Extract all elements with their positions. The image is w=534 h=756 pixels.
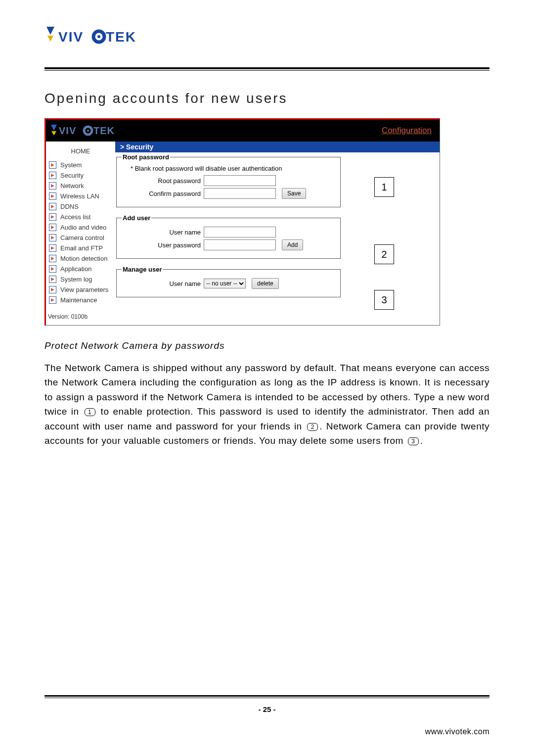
panel-manage-user: Manage user User name -- no user -- dele… <box>116 266 341 297</box>
user-password-input[interactable] <box>204 239 276 250</box>
sidebar-item-wlan[interactable]: Wireless LAN <box>46 191 115 201</box>
footer-url: www.vivotek.com <box>44 727 490 736</box>
sidebar-item-syslog[interactable]: System log <box>46 274 115 284</box>
svg-text:TEK: TEK <box>106 29 136 45</box>
sidebar-item-camera[interactable]: Camera control <box>46 233 115 243</box>
header-rule <box>44 67 490 71</box>
subheading: Protect Network Camera by passwords <box>44 340 490 351</box>
username-input[interactable] <box>204 227 276 237</box>
arrow-right-icon <box>49 286 56 293</box>
footer-rule <box>44 695 490 698</box>
arrow-right-icon <box>49 224 56 231</box>
svg-point-4 <box>97 35 100 38</box>
vivotek-logo-icon: VIV TEK <box>44 25 148 50</box>
sidebar-home[interactable]: HOME <box>46 144 115 160</box>
arrow-right-icon <box>49 244 56 252</box>
svg-point-10 <box>87 130 89 132</box>
arrow-right-icon <box>49 192 56 200</box>
page-number: - 25 - <box>44 705 490 713</box>
callout-3: 3 <box>374 290 394 310</box>
svg-marker-1 <box>47 36 53 42</box>
svg-marker-12 <box>51 163 54 167</box>
section-heading: Opening accounts for new users <box>44 91 490 106</box>
svg-marker-7 <box>51 131 56 136</box>
panel-add-user: Add user User name User password Add <box>116 214 341 259</box>
sidebar-item-system[interactable]: System <box>46 160 115 170</box>
sidebar-item-security[interactable]: Security <box>46 170 115 181</box>
sidebar-item-motion[interactable]: Motion detection <box>46 253 115 264</box>
svg-marker-15 <box>51 194 54 198</box>
svg-marker-0 <box>46 27 54 35</box>
manage-username-label: User name <box>122 280 201 287</box>
panel-legend: Manage user <box>122 266 163 273</box>
svg-marker-24 <box>51 288 54 291</box>
sidebar-item-label: DDNS <box>60 203 79 210</box>
sidebar-item-label: Motion detection <box>60 255 107 262</box>
username-label: User name <box>122 229 201 236</box>
svg-marker-21 <box>51 257 54 260</box>
body-paragraph: The Network Camera is shipped without an… <box>44 361 490 448</box>
arrow-right-icon <box>49 172 56 179</box>
sidebar-item-emailftp[interactable]: Email and FTP <box>46 243 115 253</box>
svg-text:TEK: TEK <box>93 125 115 136</box>
sidebar-item-label: Maintenance <box>60 296 97 304</box>
svg-marker-20 <box>51 246 54 250</box>
sidebar-item-label: View parameters <box>60 286 108 293</box>
svg-marker-14 <box>51 184 54 188</box>
svg-marker-17 <box>51 215 54 219</box>
arrow-right-icon <box>49 276 56 283</box>
sidebar-item-label: Wireless LAN <box>60 192 99 200</box>
sidebar-item-label: Email and FTP <box>60 244 103 252</box>
page: VIV TEK Opening accounts for new users V… <box>0 0 534 756</box>
root-password-input[interactable] <box>204 175 276 186</box>
root-password-label: Root password <box>122 177 201 185</box>
sidebar-item-ddns[interactable]: DDNS <box>46 201 115 212</box>
sidebar-item-label: Network <box>60 182 84 189</box>
delete-button[interactable]: delete <box>252 278 279 289</box>
manage-user-select[interactable]: -- no user -- <box>204 279 246 288</box>
vivotek-logo-small-icon: VIV TEK <box>50 124 119 138</box>
add-button[interactable]: Add <box>282 239 303 250</box>
arrow-right-icon <box>49 213 56 221</box>
svg-marker-25 <box>51 298 54 302</box>
sidebar-item-label: Security <box>60 172 84 179</box>
svg-marker-23 <box>51 278 54 281</box>
page-footer: - 25 - www.vivotek.com <box>44 695 490 736</box>
sidebar-item-av[interactable]: Audio and video <box>46 222 115 233</box>
callout-2: 2 <box>374 244 394 264</box>
sidebar-item-maintenance[interactable]: Maintenance <box>46 295 115 305</box>
breadcrumb: > Security <box>115 142 440 152</box>
arrow-right-icon <box>49 265 56 273</box>
sidebar-item-label: Audio and video <box>60 224 106 231</box>
sidebar-item-viewparams[interactable]: View parameters <box>46 284 115 295</box>
user-password-label: User password <box>122 241 201 249</box>
screenshot-titlebar: VIV TEK Configuration <box>46 120 440 142</box>
panel-root-password: Root password * Blank root password will… <box>116 153 341 207</box>
arrow-right-icon <box>49 203 56 210</box>
ref-callout-1: 1 <box>85 408 95 416</box>
arrow-right-icon <box>49 182 56 189</box>
sidebar: HOME System Security Network Wireless LA… <box>46 142 115 325</box>
sidebar-item-label: Access list <box>60 213 90 221</box>
sidebar-item-network[interactable]: Network <box>46 181 115 191</box>
sidebar-item-label: Application <box>60 265 92 273</box>
save-button[interactable]: Save <box>282 188 306 199</box>
arrow-right-icon <box>49 234 56 241</box>
arrow-right-icon <box>49 255 56 262</box>
sidebar-item-accesslist[interactable]: Access list <box>46 212 115 222</box>
confirm-password-input[interactable] <box>204 188 276 199</box>
firmware-version: Version: 0100b <box>46 305 115 320</box>
svg-text:VIV: VIV <box>58 29 84 45</box>
root-password-note: * Blank root password will disable user … <box>131 165 335 172</box>
panel-legend: Root password <box>122 153 170 161</box>
arrow-right-icon <box>49 161 56 169</box>
svg-marker-6 <box>51 125 57 131</box>
sidebar-item-application[interactable]: Application <box>46 264 115 274</box>
arrow-right-icon <box>49 296 56 304</box>
svg-text:VIV: VIV <box>59 125 76 136</box>
callout-1: 1 <box>374 177 394 197</box>
brand-logo-header: VIV TEK <box>44 25 490 52</box>
configuration-link[interactable]: Configuration <box>382 126 432 136</box>
svg-marker-18 <box>51 226 54 229</box>
sidebar-item-label: System log <box>60 276 92 283</box>
